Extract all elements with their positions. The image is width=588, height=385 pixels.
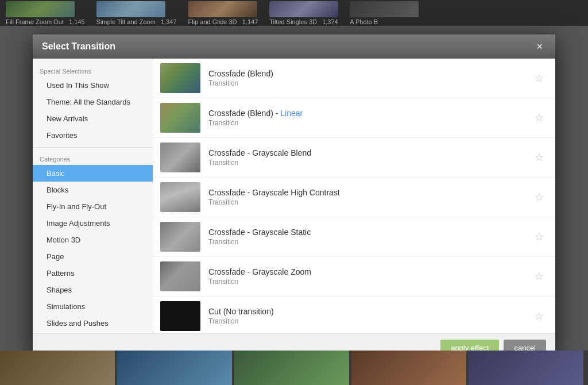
sidebar-item-page[interactable]: Page xyxy=(33,248,153,265)
dialog-title: Select Transition xyxy=(42,41,115,52)
transition-info-cut: Cut (No transition) Transition xyxy=(208,307,530,325)
select-transition-dialog: Select Transition × Special Selections U… xyxy=(33,34,555,362)
transition-item-crossfade-grayscale-zoom[interactable]: Crossfade - Grayscale Zoom Transition ☆ xyxy=(153,257,555,297)
transition-type-crossfade-grayscale-blend: Transition xyxy=(208,159,530,167)
transition-name-crossfade-grayscale-zoom: Crossfade - Grayscale Zoom xyxy=(208,267,530,276)
sidebar-item-shapes[interactable]: Shapes xyxy=(33,282,153,298)
transition-info-crossfade-grayscale-zoom: Crossfade - Grayscale Zoom Transition xyxy=(208,267,530,286)
special-selections-label: Special Selections xyxy=(33,63,153,77)
dialog-header: Select Transition × xyxy=(33,34,555,59)
transition-type-cut: Transition xyxy=(208,317,530,325)
transition-info-crossfade-grayscale-hc: Crossfade - Grayscale High Contrast Tran… xyxy=(208,188,530,206)
transition-name-crossfade-blend: Crossfade (Blend) xyxy=(208,69,530,78)
sidebar-item-favorites[interactable]: Favorites xyxy=(33,127,153,144)
transition-info-crossfade-blend: Crossfade (Blend) Transition xyxy=(208,69,530,87)
transition-name-suffix-linear: Linear xyxy=(280,109,303,118)
sidebar-item-theme-all-standards[interactable]: Theme: All the Standards xyxy=(33,94,153,110)
transition-type-crossfade-grayscale-hc: Transition xyxy=(208,198,530,206)
star-button-crossfade-blend-linear[interactable]: ☆ xyxy=(530,109,548,126)
transition-type-crossfade-blend: Transition xyxy=(208,79,530,87)
transition-info-crossfade-grayscale-static: Crossfade - Grayscale Static Transition xyxy=(208,228,530,246)
transitions-list: Crossfade (Blend) Transition ☆ Crossfade… xyxy=(153,59,555,333)
transition-item-crossfade-blend[interactable]: Crossfade (Blend) Transition ☆ xyxy=(153,59,555,98)
transition-type-crossfade-grayscale-zoom: Transition xyxy=(208,278,530,286)
transition-info-crossfade-blend-linear: Crossfade (Blend) - Linear Transition xyxy=(208,109,530,127)
sidebar: Special Selections Used In This Show The… xyxy=(33,59,153,333)
transition-name-crossfade-blend-linear: Crossfade (Blend) - Linear xyxy=(208,109,530,118)
transition-name-crossfade-grayscale-static: Crossfade - Grayscale Static xyxy=(208,228,530,237)
sidebar-item-simulations[interactable]: Simulations xyxy=(33,298,153,315)
star-button-crossfade-grayscale-blend[interactable]: ☆ xyxy=(530,149,548,166)
transition-item-crossfade-blend-linear[interactable]: Crossfade (Blend) - Linear Transition ☆ xyxy=(153,98,555,138)
sidebar-divider xyxy=(33,147,153,148)
background-bottom xyxy=(0,351,588,385)
transition-item-crossfade-grayscale-blend[interactable]: Crossfade - Grayscale Blend Transition ☆ xyxy=(153,138,555,178)
transition-name-crossfade-grayscale-blend: Crossfade - Grayscale Blend xyxy=(208,148,530,157)
categories-label: Categories xyxy=(33,151,153,165)
transition-thumb-crossfade-grayscale-zoom xyxy=(160,261,200,291)
dialog-overlay: Select Transition × Special Selections U… xyxy=(0,0,588,385)
transition-info-crossfade-grayscale-blend: Crossfade - Grayscale Blend Transition xyxy=(208,148,530,167)
sidebar-item-blocks[interactable]: Blocks xyxy=(33,182,153,198)
star-button-crossfade-grayscale-zoom[interactable]: ☆ xyxy=(530,268,548,285)
transition-name-cut: Cut (No transition) xyxy=(208,307,530,316)
transition-item-crossfade-grayscale-static[interactable]: Crossfade - Grayscale Static Transition … xyxy=(153,217,555,257)
star-button-crossfade-blend[interactable]: ☆ xyxy=(530,70,548,87)
sidebar-item-fly-in-fly-out[interactable]: Fly-In and Fly-Out xyxy=(33,198,153,215)
transition-type-crossfade-blend-linear: Transition xyxy=(208,119,530,127)
transition-name-crossfade-grayscale-hc: Crossfade - Grayscale High Contrast xyxy=(208,188,530,197)
transition-thumb-crossfade-grayscale-static xyxy=(160,222,200,252)
cut-grid-icon xyxy=(176,312,184,320)
star-button-cut[interactable]: ☆ xyxy=(530,307,548,325)
dialog-body: Special Selections Used In This Show The… xyxy=(33,59,555,333)
sidebar-item-patterns[interactable]: Patterns xyxy=(33,265,153,282)
sidebar-item-used-this-show[interactable]: Used In This Show xyxy=(33,77,153,94)
transition-thumb-crossfade-blend-linear xyxy=(160,103,200,133)
transition-type-crossfade-grayscale-static: Transition xyxy=(208,238,530,246)
transition-thumb-crossfade-grayscale-hc xyxy=(160,182,200,212)
sidebar-item-image-adjustments[interactable]: Image Adjustments xyxy=(33,215,153,232)
transition-item-crossfade-grayscale-high-contrast[interactable]: Crossfade - Grayscale High Contrast Tran… xyxy=(153,178,555,217)
star-button-crossfade-grayscale-hc[interactable]: ☆ xyxy=(530,188,548,206)
transition-thumb-crossfade-blend xyxy=(160,63,200,93)
transition-item-cut-no-transition[interactable]: Cut (No transition) Transition ☆ xyxy=(153,297,555,333)
sidebar-item-slides-and-pushes[interactable]: Slides and Pushes xyxy=(33,315,153,332)
sidebar-item-motion-3d[interactable]: Motion 3D xyxy=(33,232,153,248)
sidebar-item-basic[interactable]: Basic xyxy=(33,165,153,182)
transition-thumb-cut xyxy=(160,301,200,331)
transition-thumb-crossfade-grayscale-blend xyxy=(160,143,200,172)
sidebar-item-new-arrivals[interactable]: New Arrivals xyxy=(33,110,153,127)
star-button-crossfade-grayscale-static[interactable]: ☆ xyxy=(530,228,548,245)
close-button[interactable]: × xyxy=(533,40,546,53)
